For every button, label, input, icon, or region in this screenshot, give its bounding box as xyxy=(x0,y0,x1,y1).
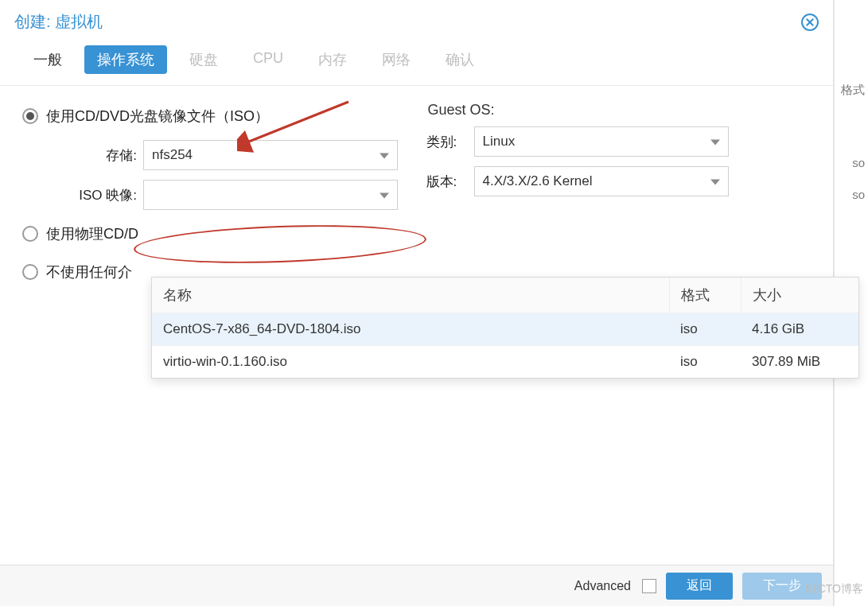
col-name: 名称 xyxy=(152,278,669,313)
col-format: 格式 xyxy=(669,278,741,313)
tab-cpu[interactable]: CPU xyxy=(240,45,296,74)
back-button[interactable]: 返回 xyxy=(666,573,733,600)
chevron-down-icon xyxy=(710,180,720,185)
guest-os-title: Guest OS: xyxy=(426,102,812,118)
storage-value: nfs254 xyxy=(152,147,193,163)
guest-version-row: 版本: 4.X/3.X/2.6 Kernel xyxy=(426,166,812,196)
iso-option-format: iso xyxy=(669,313,741,346)
wizard-tabs: 一般 操作系统 硬盘 CPU 内存 网络 确认 xyxy=(0,41,833,86)
radio-use-physical-row[interactable]: 使用物理CD/D xyxy=(22,219,407,248)
bg-text: so xyxy=(852,188,865,201)
iso-field-row: ISO 映像: xyxy=(22,180,407,210)
iso-dropdown[interactable]: 名称 格式 大小 CentOS-7-x86_64-DVD-1804.iso is… xyxy=(151,277,859,379)
guest-type-value: Linux xyxy=(483,134,516,150)
storage-field-row: 存储: nfs254 xyxy=(22,140,407,170)
radio-use-physical-label: 使用物理CD/D xyxy=(46,224,138,243)
iso-option-format: iso xyxy=(669,346,741,379)
radio-use-none-label: 不使用任何介 xyxy=(46,262,132,282)
advanced-checkbox[interactable] xyxy=(642,579,656,593)
iso-dropdown-table: 名称 格式 大小 CentOS-7-x86_64-DVD-1804.iso is… xyxy=(152,278,858,378)
dialog-title: 创建: 虚拟机 xyxy=(14,11,103,33)
iso-option-name: virtio-win-0.1.160.iso xyxy=(152,346,669,379)
tab-os[interactable]: 操作系统 xyxy=(84,45,167,74)
tab-confirm[interactable]: 确认 xyxy=(433,45,487,74)
storage-label: 存储: xyxy=(22,146,143,165)
guest-type-combo[interactable]: Linux xyxy=(474,126,729,157)
iso-option-row[interactable]: CentOS-7-x86_64-DVD-1804.iso iso 4.16 Gi… xyxy=(152,313,858,346)
guest-version-value: 4.X/3.X/2.6 Kernel xyxy=(483,173,593,189)
radio-use-iso-row[interactable]: 使用CD/DVD光盘镜像文件（ISO） xyxy=(22,102,407,130)
tab-general[interactable]: 一般 xyxy=(21,45,75,74)
guest-type-label: 类别: xyxy=(426,133,474,151)
guest-type-row: 类别: Linux xyxy=(426,126,812,157)
tab-memory[interactable]: 内存 xyxy=(306,45,360,74)
dialog-footer: Advanced 返回 下一步 xyxy=(0,565,833,606)
guest-version-label: 版本: xyxy=(426,173,474,191)
create-vm-dialog: 创建: 虚拟机 一般 操作系统 硬盘 CPU 内存 网络 确认 使用CD/DVD… xyxy=(0,0,834,606)
close-icon[interactable] xyxy=(801,14,819,31)
dialog-body: 使用CD/DVD光盘镜像文件（ISO） 存储: nfs254 ISO 映像: 使… xyxy=(0,86,833,565)
radio-icon[interactable] xyxy=(22,264,38,280)
iso-option-name: CentOS-7-x86_64-DVD-1804.iso xyxy=(152,313,669,346)
tab-network[interactable]: 网络 xyxy=(369,45,423,74)
storage-combo[interactable]: nfs254 xyxy=(143,140,398,170)
bg-text: so xyxy=(852,156,865,169)
radio-use-iso-label: 使用CD/DVD光盘镜像文件（ISO） xyxy=(46,107,269,126)
bg-text: 格式 xyxy=(841,83,865,98)
dialog-header: 创建: 虚拟机 xyxy=(0,0,833,41)
radio-icon[interactable] xyxy=(22,108,38,124)
iso-option-size: 4.16 GiB xyxy=(741,313,858,346)
chevron-down-icon xyxy=(380,153,389,159)
chevron-down-icon xyxy=(380,193,389,199)
iso-option-row[interactable]: virtio-win-0.1.160.iso iso 307.89 MiB xyxy=(152,346,858,379)
guest-version-combo[interactable]: 4.X/3.X/2.6 Kernel xyxy=(474,166,729,196)
col-size: 大小 xyxy=(741,278,858,313)
iso-combo[interactable] xyxy=(143,180,398,210)
watermark: 51CTO博客 xyxy=(805,582,863,596)
iso-label: ISO 映像: xyxy=(22,186,143,204)
advanced-label: Advanced xyxy=(574,579,631,593)
iso-option-size: 307.89 MiB xyxy=(741,346,858,379)
chevron-down-icon xyxy=(710,140,720,146)
tab-disk[interactable]: 硬盘 xyxy=(177,45,231,74)
radio-icon[interactable] xyxy=(22,226,38,242)
